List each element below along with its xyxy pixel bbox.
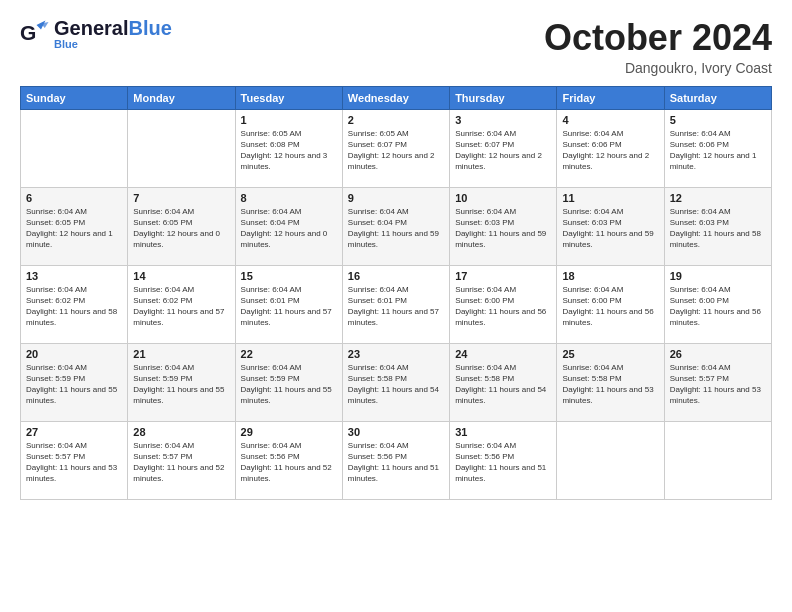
logo-text: GeneralBlue: [54, 18, 172, 38]
calendar-cell: 10Sunrise: 6:04 AMSunset: 6:03 PMDayligh…: [450, 187, 557, 265]
day-info: Sunrise: 6:05 AMSunset: 6:07 PMDaylight:…: [348, 128, 444, 173]
calendar-cell: 12Sunrise: 6:04 AMSunset: 6:03 PMDayligh…: [664, 187, 771, 265]
day-info: Sunrise: 6:04 AMSunset: 5:56 PMDaylight:…: [455, 440, 551, 485]
calendar-cell: 13Sunrise: 6:04 AMSunset: 6:02 PMDayligh…: [21, 265, 128, 343]
day-info: Sunrise: 6:04 AMSunset: 6:05 PMDaylight:…: [26, 206, 122, 251]
day-number: 20: [26, 348, 122, 360]
day-number: 22: [241, 348, 337, 360]
weekday-header-row: SundayMondayTuesdayWednesdayThursdayFrid…: [21, 86, 772, 109]
day-info: Sunrise: 6:04 AMSunset: 6:00 PMDaylight:…: [455, 284, 551, 329]
day-info: Sunrise: 6:04 AMSunset: 6:00 PMDaylight:…: [562, 284, 658, 329]
day-number: 21: [133, 348, 229, 360]
day-info: Sunrise: 6:04 AMSunset: 6:03 PMDaylight:…: [455, 206, 551, 251]
day-info: Sunrise: 6:04 AMSunset: 6:04 PMDaylight:…: [241, 206, 337, 251]
day-info: Sunrise: 6:04 AMSunset: 6:06 PMDaylight:…: [670, 128, 766, 173]
day-info: Sunrise: 6:04 AMSunset: 6:03 PMDaylight:…: [670, 206, 766, 251]
day-info: Sunrise: 6:04 AMSunset: 6:00 PMDaylight:…: [670, 284, 766, 329]
calendar-cell: 20Sunrise: 6:04 AMSunset: 5:59 PMDayligh…: [21, 343, 128, 421]
calendar-cell: 27Sunrise: 6:04 AMSunset: 5:57 PMDayligh…: [21, 421, 128, 499]
day-info: Sunrise: 6:04 AMSunset: 5:58 PMDaylight:…: [562, 362, 658, 407]
calendar-cell: 5Sunrise: 6:04 AMSunset: 6:06 PMDaylight…: [664, 109, 771, 187]
day-number: 12: [670, 192, 766, 204]
calendar-cell: 28Sunrise: 6:04 AMSunset: 5:57 PMDayligh…: [128, 421, 235, 499]
logo-icon: G: [20, 19, 50, 49]
day-number: 17: [455, 270, 551, 282]
calendar-cell: 19Sunrise: 6:04 AMSunset: 6:00 PMDayligh…: [664, 265, 771, 343]
calendar-cell: 26Sunrise: 6:04 AMSunset: 5:57 PMDayligh…: [664, 343, 771, 421]
day-number: 29: [241, 426, 337, 438]
day-number: 11: [562, 192, 658, 204]
calendar-cell: 18Sunrise: 6:04 AMSunset: 6:00 PMDayligh…: [557, 265, 664, 343]
weekday-header-friday: Friday: [557, 86, 664, 109]
day-info: Sunrise: 6:04 AMSunset: 6:04 PMDaylight:…: [348, 206, 444, 251]
day-number: 8: [241, 192, 337, 204]
calendar-week-2: 6Sunrise: 6:04 AMSunset: 6:05 PMDaylight…: [21, 187, 772, 265]
logo: G GeneralBlue Blue: [20, 18, 172, 50]
day-number: 26: [670, 348, 766, 360]
weekday-header-tuesday: Tuesday: [235, 86, 342, 109]
calendar-cell: 16Sunrise: 6:04 AMSunset: 6:01 PMDayligh…: [342, 265, 449, 343]
day-info: Sunrise: 6:04 AMSunset: 5:56 PMDaylight:…: [348, 440, 444, 485]
day-info: Sunrise: 6:04 AMSunset: 5:59 PMDaylight:…: [133, 362, 229, 407]
calendar-cell: 6Sunrise: 6:04 AMSunset: 6:05 PMDaylight…: [21, 187, 128, 265]
day-info: Sunrise: 6:04 AMSunset: 5:58 PMDaylight:…: [455, 362, 551, 407]
day-number: 31: [455, 426, 551, 438]
day-info: Sunrise: 6:04 AMSunset: 6:01 PMDaylight:…: [348, 284, 444, 329]
day-number: 2: [348, 114, 444, 126]
calendar-cell: 24Sunrise: 6:04 AMSunset: 5:58 PMDayligh…: [450, 343, 557, 421]
calendar-cell: 23Sunrise: 6:04 AMSunset: 5:58 PMDayligh…: [342, 343, 449, 421]
day-info: Sunrise: 6:04 AMSunset: 5:59 PMDaylight:…: [241, 362, 337, 407]
calendar-week-3: 13Sunrise: 6:04 AMSunset: 6:02 PMDayligh…: [21, 265, 772, 343]
calendar-table: SundayMondayTuesdayWednesdayThursdayFrid…: [20, 86, 772, 500]
day-number: 28: [133, 426, 229, 438]
day-info: Sunrise: 6:04 AMSunset: 6:03 PMDaylight:…: [562, 206, 658, 251]
calendar-cell: 3Sunrise: 6:04 AMSunset: 6:07 PMDaylight…: [450, 109, 557, 187]
day-number: 23: [348, 348, 444, 360]
day-info: Sunrise: 6:04 AMSunset: 6:01 PMDaylight:…: [241, 284, 337, 329]
logo-sub: Blue: [54, 38, 172, 50]
day-info: Sunrise: 6:04 AMSunset: 6:02 PMDaylight:…: [26, 284, 122, 329]
calendar-cell: [128, 109, 235, 187]
day-number: 18: [562, 270, 658, 282]
weekday-header-wednesday: Wednesday: [342, 86, 449, 109]
day-number: 6: [26, 192, 122, 204]
calendar-cell: [557, 421, 664, 499]
calendar-cell: 9Sunrise: 6:04 AMSunset: 6:04 PMDaylight…: [342, 187, 449, 265]
day-info: Sunrise: 6:04 AMSunset: 5:58 PMDaylight:…: [348, 362, 444, 407]
day-number: 7: [133, 192, 229, 204]
day-info: Sunrise: 6:04 AMSunset: 5:59 PMDaylight:…: [26, 362, 122, 407]
calendar-cell: [664, 421, 771, 499]
calendar-cell: 30Sunrise: 6:04 AMSunset: 5:56 PMDayligh…: [342, 421, 449, 499]
weekday-header-saturday: Saturday: [664, 86, 771, 109]
calendar-cell: 25Sunrise: 6:04 AMSunset: 5:58 PMDayligh…: [557, 343, 664, 421]
day-number: 13: [26, 270, 122, 282]
day-info: Sunrise: 6:04 AMSunset: 6:05 PMDaylight:…: [133, 206, 229, 251]
header: G GeneralBlue Blue October 2024 Dangoukr…: [20, 18, 772, 76]
location-subtitle: Dangoukro, Ivory Coast: [544, 60, 772, 76]
day-number: 15: [241, 270, 337, 282]
calendar-cell: 7Sunrise: 6:04 AMSunset: 6:05 PMDaylight…: [128, 187, 235, 265]
calendar-week-1: 1Sunrise: 6:05 AMSunset: 6:08 PMDaylight…: [21, 109, 772, 187]
title-block: October 2024 Dangoukro, Ivory Coast: [544, 18, 772, 76]
weekday-header-thursday: Thursday: [450, 86, 557, 109]
day-info: Sunrise: 6:04 AMSunset: 6:07 PMDaylight:…: [455, 128, 551, 173]
calendar-cell: 17Sunrise: 6:04 AMSunset: 6:00 PMDayligh…: [450, 265, 557, 343]
calendar-cell: 21Sunrise: 6:04 AMSunset: 5:59 PMDayligh…: [128, 343, 235, 421]
calendar-cell: 29Sunrise: 6:04 AMSunset: 5:56 PMDayligh…: [235, 421, 342, 499]
svg-text:G: G: [20, 21, 36, 44]
day-number: 1: [241, 114, 337, 126]
calendar-cell: 1Sunrise: 6:05 AMSunset: 6:08 PMDaylight…: [235, 109, 342, 187]
day-number: 9: [348, 192, 444, 204]
day-info: Sunrise: 6:04 AMSunset: 5:56 PMDaylight:…: [241, 440, 337, 485]
calendar-cell: 14Sunrise: 6:04 AMSunset: 6:02 PMDayligh…: [128, 265, 235, 343]
calendar-cell: [21, 109, 128, 187]
day-number: 5: [670, 114, 766, 126]
calendar-page: G GeneralBlue Blue October 2024 Dangoukr…: [0, 0, 792, 612]
calendar-cell: 22Sunrise: 6:04 AMSunset: 5:59 PMDayligh…: [235, 343, 342, 421]
day-number: 30: [348, 426, 444, 438]
calendar-cell: 2Sunrise: 6:05 AMSunset: 6:07 PMDaylight…: [342, 109, 449, 187]
day-number: 25: [562, 348, 658, 360]
day-info: Sunrise: 6:04 AMSunset: 6:06 PMDaylight:…: [562, 128, 658, 173]
day-number: 27: [26, 426, 122, 438]
calendar-cell: 4Sunrise: 6:04 AMSunset: 6:06 PMDaylight…: [557, 109, 664, 187]
